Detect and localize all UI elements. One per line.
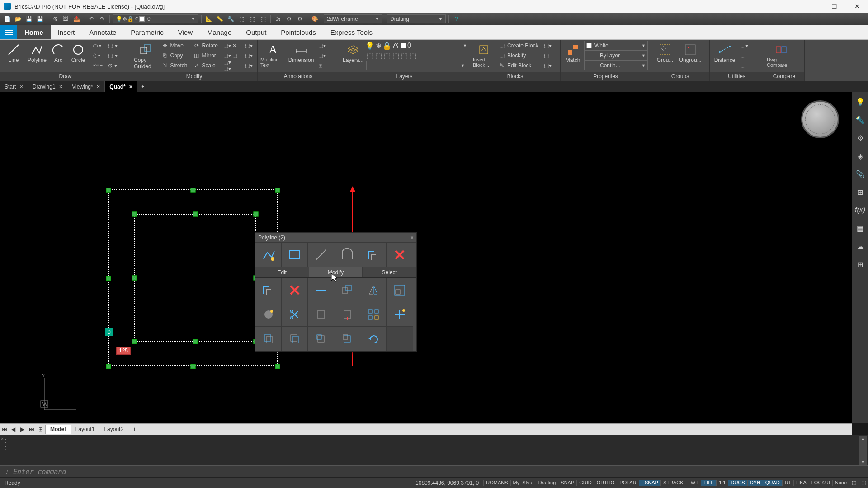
quad-modify-move-button[interactable] xyxy=(308,278,334,302)
distance-button[interactable]: Distance xyxy=(712,41,737,63)
qat-tool4-icon[interactable]: ⬚ xyxy=(237,14,246,23)
layer-filter-dropdown[interactable]: ▼ xyxy=(366,61,467,70)
selected-polyline-inner[interactable] xyxy=(134,214,256,342)
grip[interactable] xyxy=(193,212,198,217)
color-dropdown[interactable]: White▼ xyxy=(584,41,648,51)
status-dimstyle[interactable]: My_Style xyxy=(510,480,536,486)
qat-tool7-icon[interactable]: 🗂 xyxy=(274,14,283,23)
edit-block-button[interactable]: ✎Edit Block xyxy=(496,61,540,70)
util-extra3-button[interactable]: ⬚ xyxy=(739,61,750,70)
toggle-quad[interactable]: QUAD xyxy=(763,480,782,486)
toggle-dyn[interactable]: DYN xyxy=(747,480,763,486)
quad-modify-scale-button[interactable] xyxy=(387,278,413,302)
quad-tab-select[interactable]: Select xyxy=(363,267,416,277)
quad-modify-copy-button[interactable] xyxy=(334,278,360,302)
workspace-dropdown[interactable]: Drafting ▼ xyxy=(387,14,446,23)
doc-tab-drawing1[interactable]: Drawing1× xyxy=(28,81,67,92)
lineweight-dropdown[interactable]: Contin...▼ xyxy=(584,61,648,70)
draw-extra3-button[interactable]: 〰 ▾ xyxy=(91,61,104,70)
maximize-button[interactable]: ☐ xyxy=(827,2,842,11)
group-button[interactable]: Grou... xyxy=(654,41,676,63)
quad-modify-front-button[interactable] xyxy=(255,327,282,351)
close-tab-icon[interactable]: × xyxy=(19,83,23,90)
tab-annotate[interactable]: Annotate xyxy=(82,25,123,39)
quad-modify-moveguided-button[interactable] xyxy=(387,302,413,327)
quad-modify-solid-button[interactable] xyxy=(255,302,282,327)
grip[interactable] xyxy=(132,212,137,217)
layer-t6-icon[interactable]: ⬚ xyxy=(409,52,416,59)
drawing-canvas[interactable]: 0 125 W Y X Polyline (2) × Edit Modify S… xyxy=(0,92,852,423)
command-history[interactable]: : : ▲▼ xyxy=(0,435,868,465)
quad-arcpoly-button[interactable] xyxy=(334,243,360,267)
quad-modify-mirror-button[interactable] xyxy=(360,278,387,302)
status-scale[interactable]: 1:1 xyxy=(716,480,728,486)
close-tab-icon[interactable]: × xyxy=(97,83,100,90)
toggle-hka[interactable]: HKA xyxy=(793,480,809,486)
quad-tab-modify[interactable]: Modify xyxy=(309,267,363,277)
quad-modify-paste-button[interactable] xyxy=(308,302,334,327)
quad-modify-rotate-button[interactable] xyxy=(360,327,387,351)
layer-t3-icon[interactable]: ⬚ xyxy=(383,52,391,59)
quad-modify-trim-button[interactable] xyxy=(282,302,308,327)
qat-help-icon[interactable]: ? xyxy=(452,14,461,23)
grip[interactable] xyxy=(275,188,280,193)
qat-tool2-icon[interactable]: 📏 xyxy=(215,14,224,23)
minimize-button[interactable]: — xyxy=(803,2,819,11)
qat-preview-icon[interactable]: 🖼 xyxy=(61,14,70,23)
layout-2-tab[interactable]: Layout2 xyxy=(99,425,128,434)
grip[interactable] xyxy=(132,276,137,281)
create-block-button[interactable]: ⬚Create Block xyxy=(496,41,540,51)
grip[interactable] xyxy=(106,276,111,281)
line-red-horizontal[interactable] xyxy=(107,366,353,366)
util-extra2-button[interactable]: ⬚ xyxy=(739,51,750,61)
toggle-lwt[interactable]: LWT xyxy=(686,480,701,486)
tab-parametric[interactable]: Parametric xyxy=(123,25,171,39)
quad-tab-edit[interactable]: Edit xyxy=(255,267,309,277)
status-textstyle[interactable]: ROMANS xyxy=(483,480,510,486)
layout-nav-grid[interactable]: ⊞ xyxy=(36,425,45,434)
grip[interactable] xyxy=(106,364,111,369)
quad-offset-button[interactable] xyxy=(360,243,387,267)
tab-pointclouds[interactable]: Pointclouds xyxy=(274,25,323,39)
toggle-polar[interactable]: POLAR xyxy=(617,480,638,486)
insert-block-button[interactable]: Insert Block... xyxy=(473,41,495,68)
fx-panel-icon[interactable]: f(x) xyxy=(855,205,865,215)
qat-tool5-icon[interactable]: ⬚ xyxy=(248,14,257,23)
cmd-scrollbar[interactable]: ▲▼ xyxy=(859,436,867,465)
sheets-panel-icon[interactable]: ▤ xyxy=(855,223,865,233)
qat-tool9-icon[interactable]: ⚙ xyxy=(295,14,304,23)
grip[interactable] xyxy=(106,188,111,193)
scale-button[interactable]: ⤢Scale xyxy=(191,61,220,70)
draw-extra6-button[interactable]: ⊙ ▾ xyxy=(106,61,119,70)
toggle-ducs[interactable]: DUCS xyxy=(728,480,747,486)
toggle-tile[interactable]: TILE xyxy=(701,480,716,486)
status-workspace[interactable]: Drafting xyxy=(536,480,558,486)
block-extra1-button[interactable]: ⬚▾ xyxy=(542,41,553,51)
util-extra1-button[interactable]: ⬚▾ xyxy=(739,41,750,51)
mtext-button[interactable]: AMultiline Text xyxy=(260,41,286,68)
quad-line-button[interactable] xyxy=(308,243,334,267)
grip[interactable] xyxy=(132,339,137,344)
close-tab-icon[interactable]: × xyxy=(129,83,133,90)
arc-button[interactable]: Arc xyxy=(50,41,67,63)
rotate-button[interactable]: ⟳Rotate xyxy=(191,41,220,51)
draw-extra5-button[interactable]: ⬚ ▾ xyxy=(106,51,119,61)
draw-extra2-button[interactable]: ⬯ ▾ xyxy=(91,51,104,61)
line-button[interactable]: Line xyxy=(3,41,24,63)
quad-boundary-button[interactable] xyxy=(282,243,308,267)
add-tab-button[interactable]: + xyxy=(137,81,148,92)
status-extra-icon2[interactable]: ⬚ xyxy=(859,480,868,486)
qat-redo-icon[interactable]: ↷ xyxy=(98,14,107,23)
settings-panel-icon[interactable]: ⚙ xyxy=(855,133,865,143)
tab-express-tools[interactable]: Express Tools xyxy=(323,25,380,39)
structure-panel-icon[interactable]: ⊞ xyxy=(855,187,865,197)
anno-extra3-button[interactable]: ⊞ xyxy=(316,61,328,70)
dimension-button[interactable]: Dimension xyxy=(288,41,315,63)
layer-on-icon[interactable]: 💡 xyxy=(366,42,373,49)
circle-button[interactable]: Circle xyxy=(69,41,88,63)
doc-tab-start[interactable]: Start× xyxy=(0,81,28,92)
layer-lock-icon[interactable]: 🔒 xyxy=(383,42,391,49)
qat-undo-icon[interactable]: ↶ xyxy=(87,14,96,23)
qat-render-icon[interactable]: 🎨 xyxy=(310,14,319,23)
layout-nav-first[interactable]: ⏮ xyxy=(0,425,9,434)
